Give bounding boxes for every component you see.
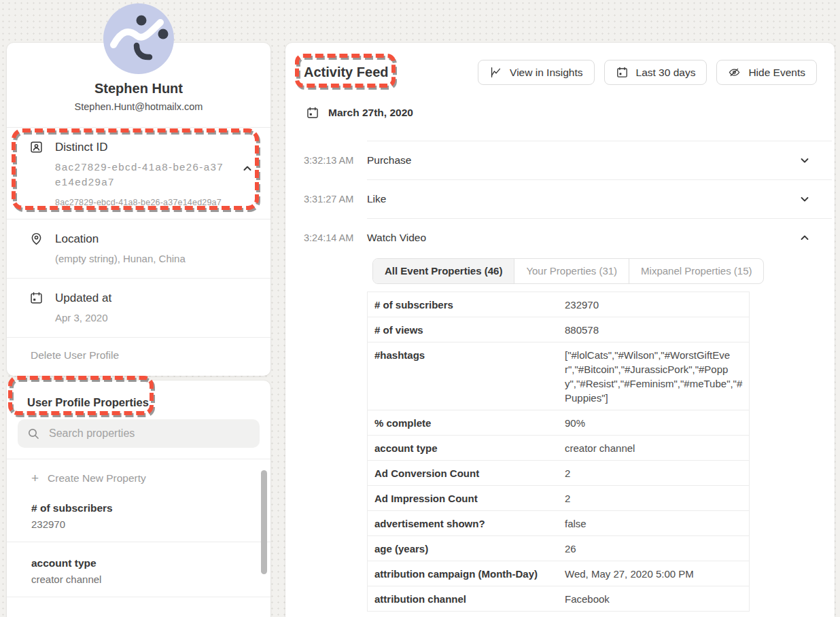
chevron-up-icon[interactable] bbox=[799, 232, 810, 243]
table-row: attribution channel Facebook bbox=[368, 586, 749, 612]
properties-panel-title: User Profile Properties bbox=[7, 381, 270, 419]
create-new-property-button[interactable]: + Create New Property bbox=[7, 459, 270, 487]
contact-badge-icon bbox=[29, 140, 43, 154]
updated-at-section: Updated at Apr 3, 2020 bbox=[7, 279, 270, 337]
table-row: # of views 880578 bbox=[368, 317, 749, 342]
table-row: # of subscribers 232970 bbox=[368, 292, 749, 317]
eye-off-icon bbox=[728, 66, 741, 79]
calendar-icon bbox=[29, 291, 43, 305]
event-properties-table: # of subscribers 232970 # of views 88057… bbox=[367, 292, 750, 612]
distinct-id-label: Distinct ID bbox=[55, 139, 226, 155]
delete-user-profile-button[interactable]: Delete User Profile bbox=[7, 338, 270, 376]
event-row[interactable]: 3:31:27 AM Like bbox=[285, 179, 835, 218]
table-row: account type creator channel bbox=[368, 435, 749, 460]
event-name: Purchase bbox=[367, 154, 411, 166]
event-detail-panel: All Event Properties (46) Your Propertie… bbox=[367, 258, 750, 612]
user-name: Stephen Hunt bbox=[20, 81, 257, 96]
user-profile-properties-card: User Profile Properties + Create New Pro… bbox=[7, 381, 270, 617]
location-value: (empty string), Hunan, China bbox=[55, 251, 186, 266]
property-name: account type bbox=[31, 557, 257, 569]
feed-date-text: March 27th, 2020 bbox=[328, 107, 413, 119]
location-pin-icon bbox=[29, 232, 43, 246]
user-profile-card: Stephen Hunt Stephen.Hunt@hotmailx.com D… bbox=[7, 43, 270, 376]
event-row-expanded[interactable]: 3:24:14 AM Watch Video All Event Propert… bbox=[285, 218, 835, 617]
distinct-id-section: Distinct ID 8ac27829-ebcd-41a8-be26-a37e… bbox=[7, 128, 270, 219]
search-properties-input[interactable] bbox=[48, 427, 250, 440]
distinct-id-sub-value: 8ac27829-ebcd-41a8-be26-a37e14ed29a7 bbox=[55, 198, 226, 207]
search-properties-box[interactable] bbox=[18, 419, 260, 448]
tab-all-event-properties[interactable]: All Event Properties (46) bbox=[373, 259, 514, 283]
user-email: Stephen.Hunt@hotmailx.com bbox=[20, 101, 257, 112]
calendar-icon bbox=[306, 106, 319, 120]
feed-date-header: March 27th, 2020 bbox=[306, 106, 835, 120]
property-value: 232970 bbox=[31, 518, 257, 530]
table-row: #hashtags ["#lolCats","#Wilson","#WorstG… bbox=[368, 342, 749, 410]
location-label: Location bbox=[55, 231, 186, 247]
plus-icon: + bbox=[31, 473, 39, 484]
chevron-down-icon[interactable] bbox=[799, 155, 810, 166]
location-section: Location (empty string), Hunan, China bbox=[7, 219, 270, 278]
tab-mixpanel-properties[interactable]: Mixpanel Properties (15) bbox=[629, 259, 763, 283]
user-avatar bbox=[103, 3, 174, 74]
activity-feed-title: Activity Feed bbox=[304, 65, 388, 80]
hide-events-button[interactable]: Hide Events bbox=[716, 60, 817, 85]
view-in-insights-button[interactable]: View in Insights bbox=[478, 60, 594, 85]
calendar-icon bbox=[616, 66, 629, 79]
search-icon bbox=[27, 427, 39, 440]
event-properties-tabbar: All Event Properties (46) Your Propertie… bbox=[372, 258, 764, 284]
last-30-days-button[interactable]: Last 30 days bbox=[604, 60, 707, 85]
chevron-down-icon[interactable] bbox=[799, 194, 810, 205]
event-timestamp: 3:32:13 AM bbox=[304, 141, 367, 179]
updated-at-value: Apr 3, 2020 bbox=[55, 311, 111, 325]
event-timestamp: 3:24:14 AM bbox=[304, 218, 367, 617]
chevron-up-icon[interactable] bbox=[242, 163, 253, 174]
activity-feed-card: Activity Feed View in Insights Last 30 d… bbox=[285, 43, 835, 617]
event-row[interactable]: 3:32:13 AM Purchase bbox=[285, 141, 835, 179]
table-row: advertisement shown? false bbox=[368, 510, 749, 535]
table-row: % complete 90% bbox=[368, 410, 749, 435]
event-timestamp: 3:31:27 AM bbox=[304, 179, 367, 218]
property-value: creator channel bbox=[31, 574, 257, 585]
event-name: Like bbox=[367, 193, 386, 205]
table-row: Ad Conversion Count 2 bbox=[368, 460, 749, 485]
table-row: attribution campaign (Month-Day) Wed, Ma… bbox=[368, 561, 749, 586]
updated-at-label: Updated at bbox=[55, 290, 111, 306]
scrollbar-thumb[interactable] bbox=[261, 470, 267, 574]
distinct-id-value: 8ac27829-ebcd-41a8-be26-a37e14ed29a7 bbox=[55, 160, 226, 190]
table-row: age (years) 26 bbox=[368, 535, 749, 561]
tab-your-properties[interactable]: Your Properties (31) bbox=[514, 259, 629, 283]
property-item[interactable]: account type creator channel bbox=[7, 542, 270, 597]
table-row: Ad Impression Count 2 bbox=[368, 485, 749, 510]
property-name: # of subscribers bbox=[31, 502, 257, 514]
property-item[interactable]: # of subscribers 232970 bbox=[7, 487, 270, 542]
event-name: Watch Video bbox=[367, 232, 426, 244]
insights-chart-icon bbox=[489, 66, 502, 79]
